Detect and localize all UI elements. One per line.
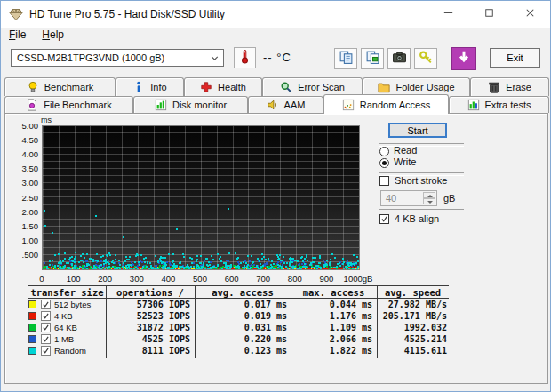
copy-file-button[interactable] <box>361 48 384 69</box>
data-point <box>209 264 211 266</box>
data-point <box>95 260 97 261</box>
series-checkbox[interactable] <box>41 334 51 344</box>
data-point <box>128 259 130 260</box>
data-point <box>292 268 294 269</box>
transfer-size-label: 4 KB <box>54 311 73 321</box>
data-point <box>100 256 102 258</box>
data-point <box>279 265 281 267</box>
data-point <box>277 261 279 263</box>
data-point <box>95 264 97 266</box>
tab-erase[interactable]: Erase <box>470 77 549 96</box>
data-point <box>44 225 46 227</box>
stroke-size-spinner[interactable]: 40 <box>380 190 437 206</box>
spinner-down-button[interactable] <box>423 198 435 204</box>
data-point <box>212 259 214 260</box>
tab-info[interactable]: Info <box>116 77 184 96</box>
data-point <box>147 261 148 263</box>
minimize-button[interactable] <box>427 1 468 28</box>
data-point <box>42 268 44 269</box>
data-point <box>283 262 285 264</box>
data-point <box>78 261 80 263</box>
keys-icon <box>419 50 434 68</box>
write-radio-label: Write <box>394 156 416 167</box>
data-point <box>112 266 114 268</box>
data-point <box>152 267 154 268</box>
data-point <box>300 257 302 259</box>
series-checkbox[interactable] <box>41 323 51 332</box>
max-access-value: 0.044 ms <box>291 300 372 309</box>
data-point <box>82 253 84 255</box>
data-point <box>336 266 338 268</box>
data-point <box>334 257 336 259</box>
data-point <box>207 265 209 267</box>
data-point <box>220 256 221 258</box>
data-point <box>82 268 84 269</box>
temperature-button[interactable] <box>234 47 256 68</box>
tab-health[interactable]: Health <box>184 77 262 96</box>
close-button[interactable] <box>509 1 550 28</box>
maximize-button[interactable] <box>468 1 509 28</box>
chevron-down-icon <box>209 52 220 64</box>
data-point <box>268 258 269 260</box>
read-radio[interactable] <box>379 147 389 156</box>
menubar: FileHelp <box>1 28 550 43</box>
data-point <box>347 262 348 264</box>
tab-aam[interactable]: AAM <box>248 96 323 113</box>
data-point <box>172 253 174 255</box>
data-point <box>170 264 172 266</box>
menu-item-help[interactable]: Help <box>34 28 72 41</box>
table-row-1-mb: 1 MB4525 IOPS0.220 ms2.066 ms4525.214 <box>28 334 449 346</box>
data-point <box>86 268 88 269</box>
data-point <box>87 263 89 265</box>
screenshot-button[interactable] <box>387 48 411 69</box>
data-point <box>100 260 102 262</box>
spinner-up-button[interactable] <box>423 192 435 198</box>
tab-folder-usage[interactable]: Folder Usage <box>363 77 470 96</box>
data-point <box>187 264 188 266</box>
transfer-size-label: 1 MB <box>54 334 74 344</box>
data-point <box>129 256 131 258</box>
tab-error-scan[interactable]: Error Scan <box>262 77 363 96</box>
tab-benchmark[interactable]: Benchmark <box>4 77 116 96</box>
operations-value: 4525 IOPS <box>106 334 190 344</box>
copy-clipboard-button[interactable] <box>334 48 357 69</box>
series-checkbox[interactable] <box>41 300 51 309</box>
column-header-max-access: max. access <box>291 287 377 298</box>
data-point <box>150 265 152 267</box>
tab-random-access[interactable]: Random Access <box>323 94 449 114</box>
write-radio[interactable] <box>379 158 389 168</box>
series-color-swatch <box>28 335 36 343</box>
transfer-size-label: 512 bytes <box>54 300 91 309</box>
data-point <box>247 255 249 257</box>
data-point <box>86 253 88 255</box>
operations-value: 8111 IOPS <box>106 346 190 356</box>
drive-select[interactable]: CSSD-M2B1TPG3VND (1000 gB) <box>11 49 224 67</box>
data-point <box>62 260 64 262</box>
tab-disk-monitor[interactable]: Disk monitor <box>133 96 248 113</box>
data-point <box>257 258 259 260</box>
data-point <box>123 268 124 269</box>
tab-extra-tests[interactable]: Extra tests <box>449 96 549 113</box>
exit-button[interactable]: Exit <box>490 48 540 68</box>
align-checkbox[interactable] <box>379 214 389 224</box>
data-point <box>176 228 178 230</box>
tab-file-benchmark[interactable]: File Benchmark <box>4 96 133 113</box>
data-point <box>91 267 92 268</box>
data-point <box>182 267 184 268</box>
options-button[interactable] <box>414 48 437 69</box>
menu-item-file[interactable]: File <box>1 28 34 41</box>
data-point <box>157 260 159 261</box>
y-tick-label: 5.00 <box>5 121 38 131</box>
series-checkbox[interactable] <box>41 346 51 356</box>
data-point <box>235 252 236 254</box>
data-point <box>316 268 318 269</box>
download-button[interactable] <box>451 47 476 70</box>
start-button[interactable]: Start <box>388 123 447 138</box>
x-tick-label: 1000gB <box>339 274 378 284</box>
series-checkbox[interactable] <box>41 311 51 321</box>
data-point <box>229 268 231 269</box>
data-point <box>111 261 113 263</box>
data-point <box>217 253 219 255</box>
data-point <box>123 236 124 238</box>
short-stroke-checkbox[interactable] <box>379 176 389 186</box>
